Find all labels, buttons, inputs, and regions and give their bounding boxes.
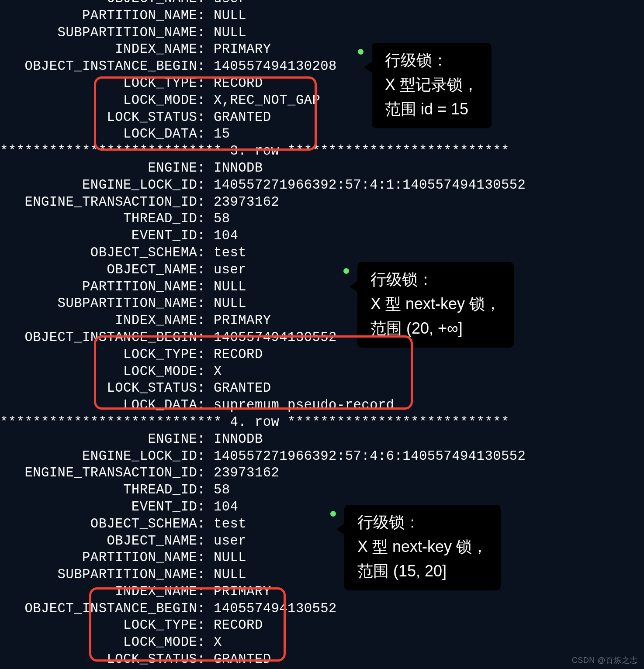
output-row: EVENT_ID: 104 — [0, 228, 644, 245]
output-row: OBJECT_NAME: user — [0, 533, 644, 550]
annotation-arrow-icon — [350, 280, 358, 293]
annotation-callout: 行级锁：X 型记录锁，范围 id = 15 — [372, 43, 492, 128]
output-row: LOCK_STATUS: GRANTED — [0, 380, 644, 397]
output-row: ENGINE_LOCK_ID: 140557271966392:57:4:6:1… — [0, 448, 644, 465]
output-row: SUBPARTITION_NAME: NULL — [0, 295, 644, 312]
output-row: OBJECT_INSTANCE_BEGIN: 140557494130552 — [0, 329, 644, 346]
annotation-line: 行级锁： — [385, 48, 478, 72]
annotation-line: X 型 next-key 锁， — [357, 535, 488, 559]
annotation-dot-icon — [330, 511, 336, 517]
output-row: ENGINE: INNODB — [0, 160, 644, 177]
output-row: INDEX_NAME: PRIMARY — [0, 583, 644, 600]
annotation-dot-icon — [343, 268, 349, 274]
annotation-arrow-icon — [364, 61, 373, 73]
annotation-callout: 行级锁：X 型 next-key 锁，范围 (20, +∞] — [357, 262, 514, 348]
output-row: PARTITION_NAME: NULL — [0, 7, 644, 24]
annotation-line: X 型记录锁， — [385, 72, 478, 97]
row-divider: *************************** 4. row *****… — [0, 414, 644, 431]
output-row: LOCK_MODE: X,REC_NOT_GAP — [0, 92, 644, 109]
output-row: LOCK_STATUS: GRANTED — [0, 651, 644, 668]
output-row: ENGINE_LOCK_ID: 140557271966392:57:4:1:1… — [0, 177, 644, 194]
output-row: PARTITION_NAME: NULL — [0, 279, 644, 296]
annotation-callout: 行级锁：X 型 next-key 锁，范围 (15, 20] — [344, 505, 501, 590]
annotation-line: X 型 next-key 锁， — [370, 292, 501, 316]
annotation-line: 范围 (15, 20] — [357, 559, 488, 583]
output-row: PARTITION_NAME: NULL — [0, 549, 644, 566]
output-row: LOCK_TYPE: RECORD — [0, 346, 644, 363]
output-row: OBJECT_INSTANCE_BEGIN: 140557494130552 — [0, 600, 644, 617]
watermark: CSDN @百炼之志 — [572, 655, 638, 666]
annotation-line: 范围 (20, +∞] — [370, 316, 501, 341]
output-row: OBJECT_NAME: user — [0, 262, 644, 279]
annotation-line: 范围 id = 15 — [385, 97, 478, 121]
output-row: LOCK_DATA: 15 — [0, 126, 644, 143]
output-row: ENGINE_TRANSACTION_ID: 23973162 — [0, 465, 644, 482]
output-row: ENGINE: INNODB — [0, 431, 644, 448]
output-row: THREAD_ID: 58 — [0, 482, 644, 499]
annotation-line: 行级锁： — [370, 267, 501, 292]
output-row: LOCK_MODE: X — [0, 634, 644, 651]
output-row: OBJECT_INSTANCE_BEGIN: 140557494130208 — [0, 58, 644, 75]
output-row: THREAD_ID: 58 — [0, 210, 644, 228]
annotation-dot-icon — [358, 49, 364, 55]
row-divider: *************************** 3. row *****… — [0, 143, 644, 160]
output-row: SUBPARTITION_NAME: NULL — [0, 24, 644, 41]
terminal-output: OBJECT_NAME: user PARTITION_NAME: NULL S… — [0, 0, 644, 669]
annotation-arrow-icon — [336, 523, 345, 535]
output-row: LOCK_TYPE: RECORD — [0, 75, 644, 92]
annotation-line: 行级锁： — [357, 510, 488, 535]
output-row: OBJECT_SCHEMA: test — [0, 245, 644, 262]
output-row: ENGINE_TRANSACTION_ID: 23973162 — [0, 194, 644, 211]
output-row: LOCK_STATUS: GRANTED — [0, 109, 644, 126]
output-row: INDEX_NAME: PRIMARY — [0, 41, 644, 58]
output-row: LOCK_MODE: X — [0, 363, 644, 380]
output-row: INDEX_NAME: PRIMARY — [0, 312, 644, 329]
output-row: LOCK_TYPE: RECORD — [0, 617, 644, 634]
output-row: SUBPARTITION_NAME: NULL — [0, 566, 644, 583]
output-row: EVENT_ID: 104 — [0, 499, 644, 516]
output-row: OBJECT_NAME: user — [0, 0, 644, 7]
output-row: OBJECT_SCHEMA: test — [0, 516, 644, 533]
output-row: LOCK_DATA: supremum pseudo-record — [0, 397, 644, 414]
